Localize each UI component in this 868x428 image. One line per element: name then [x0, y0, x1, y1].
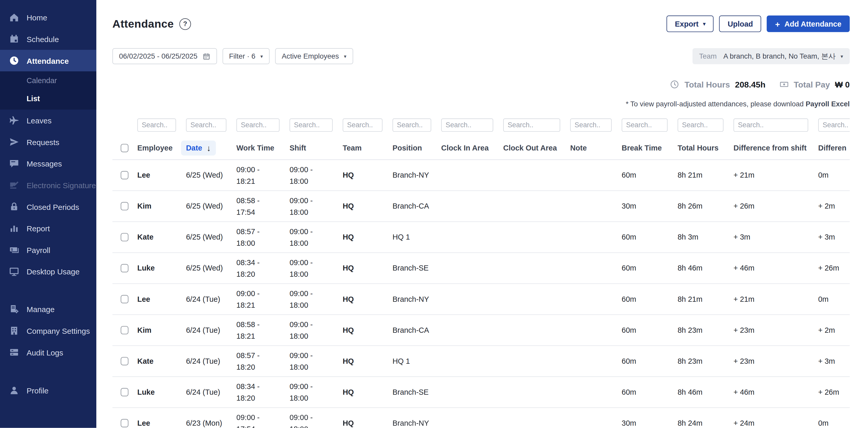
sidebar-item-company-settings[interactable]: Company Settings — [0, 320, 96, 341]
search-input-clock-out-area[interactable] — [503, 119, 560, 132]
chat-icon — [8, 158, 19, 169]
column-header-break-time[interactable]: Break Time — [622, 144, 678, 152]
time-line-2: 18:21 — [237, 175, 283, 187]
cell-employee: Luke — [137, 388, 186, 396]
table-header-row: EmployeeDate↓Work TimeShiftTeamPositionC… — [112, 136, 850, 160]
row-checkbox[interactable] — [121, 233, 128, 241]
sidebar-item-calendar[interactable]: Calendar — [0, 71, 96, 90]
sidebar-item-label: Audit Logs — [27, 348, 63, 357]
sidebar-item-label: Schedule — [27, 35, 59, 43]
search-input-shift[interactable] — [289, 119, 333, 132]
sidebar-item-label: Company Settings — [27, 326, 90, 335]
search-cell-shift — [289, 119, 343, 136]
column-header-clock-in-area[interactable]: Clock In Area — [441, 144, 503, 152]
column-header-position[interactable]: Position — [393, 144, 441, 152]
sidebar-item-label: Attendance — [27, 56, 69, 65]
row-checkbox[interactable] — [121, 388, 128, 396]
time-line-1: 09:00 - — [237, 411, 283, 423]
column-header-label: Position — [393, 144, 422, 152]
column-header-diff-from-shift[interactable]: Difference from shift — [734, 144, 818, 152]
cell-diff-second: + 2m — [818, 202, 850, 210]
row-checkbox[interactable] — [121, 202, 128, 210]
calendar-icon — [203, 52, 210, 60]
cell-position: Branch-SE — [393, 388, 441, 396]
date-range-picker[interactable]: 06/02/2025 - 06/25/2025 — [112, 48, 217, 64]
sidebar-item-leaves[interactable]: Leaves — [0, 110, 96, 131]
row-checkbox[interactable] — [121, 295, 128, 303]
add-attendance-button[interactable]: + Add Attendance — [767, 16, 850, 32]
search-input-diff-second[interactable] — [818, 119, 850, 132]
sidebar-item-closed-periods[interactable]: Closed Periods — [0, 196, 96, 218]
sidebar-item-desktop-usage[interactable]: Desktop Usage — [0, 261, 96, 282]
column-header-total-hours[interactable]: Total Hours — [678, 144, 734, 152]
cell-total-hours: 8h 21m — [678, 295, 734, 303]
cell-work-time: 08:34 -18:20 — [237, 256, 290, 280]
sidebar-item-requests[interactable]: Requests — [0, 131, 96, 153]
export-button[interactable]: Export ▾ — [666, 16, 714, 32]
search-input-total-hours[interactable] — [678, 119, 723, 132]
sidebar-item-report[interactable]: Report — [0, 218, 96, 239]
search-input-team[interactable] — [343, 119, 382, 132]
chevron-down-icon: ▾ — [703, 21, 706, 26]
sidebar-item-manage[interactable]: Manage — [0, 298, 96, 320]
column-header-team[interactable]: Team — [343, 144, 393, 152]
search-input-clock-in-area[interactable] — [441, 119, 493, 132]
sidebar-item-schedule[interactable]: Schedule — [0, 28, 96, 50]
search-input-note[interactable] — [570, 119, 612, 132]
cell-diff-from-shift: + 46m — [734, 264, 818, 272]
employee-status-dropdown[interactable]: Active Employees ▾ — [275, 48, 353, 64]
team-filter[interactable]: Team A branch, B branch, No Team, 본사 ▾ — [692, 48, 850, 64]
cell-shift: 09:00 -18:00 — [289, 380, 343, 404]
column-header-employee[interactable]: Employee — [137, 144, 186, 152]
select-all-checkbox[interactable] — [121, 144, 128, 152]
search-input-work-time[interactable] — [237, 119, 280, 132]
sidebar-subitem-label: List — [27, 95, 40, 103]
search-input-break-time[interactable] — [622, 119, 668, 132]
column-header-work-time[interactable]: Work Time — [237, 144, 290, 152]
time-line-2: 18:00 — [289, 361, 336, 373]
time-line-1: 08:57 - — [237, 225, 283, 237]
column-header-note[interactable]: Note — [570, 144, 621, 152]
sidebar-item-messages[interactable]: Messages — [0, 153, 96, 175]
time-line-2: 18:21 — [237, 299, 283, 311]
search-input-position[interactable] — [393, 119, 431, 132]
cell-work-time: 09:00 -18:21 — [237, 164, 290, 187]
row-checkbox[interactable] — [121, 171, 128, 179]
time-line-2: 18:21 — [237, 330, 283, 342]
table-row: Kim6/24 (Tue)08:58 -18:2109:00 -18:00HQB… — [112, 315, 850, 346]
row-checkbox-cell — [112, 202, 137, 210]
row-checkbox[interactable] — [121, 357, 128, 365]
upload-button[interactable]: Upload — [719, 16, 761, 32]
column-header-clock-out-area[interactable]: Clock Out Area — [503, 144, 570, 152]
column-header-shift[interactable]: Shift — [289, 144, 343, 152]
cell-break-time: 30m — [622, 202, 678, 210]
bar-chart-icon — [8, 223, 19, 234]
cell-diff-from-shift: + 21m — [734, 295, 818, 303]
cell-work-time: 08:58 -17:54 — [237, 195, 290, 218]
column-header-date[interactable]: Date↓ — [186, 141, 236, 155]
sidebar-item-attendance[interactable]: Attendance — [0, 50, 96, 71]
search-cell-diff-second — [818, 119, 850, 136]
cell-diff-from-shift: + 26m — [734, 202, 818, 210]
row-checkbox[interactable] — [121, 326, 128, 334]
cell-date: 6/25 (Wed) — [186, 233, 236, 241]
search-input-diff-from-shift[interactable] — [734, 119, 808, 132]
help-icon[interactable]: ? — [179, 18, 191, 30]
search-input-date[interactable] — [186, 119, 226, 132]
time-line-1: 09:00 - — [289, 195, 336, 206]
sidebar-item-audit-logs[interactable]: Audit Logs — [0, 341, 96, 363]
sidebar-item-home[interactable]: Home — [0, 7, 96, 28]
row-checkbox[interactable] — [121, 419, 128, 427]
time-line-1: 09:00 - — [237, 287, 283, 299]
chevron-down-icon: ▾ — [344, 54, 346, 59]
column-header-diff-second[interactable]: Differen — [818, 144, 850, 152]
filter-dropdown[interactable]: Filter · 6 ▾ — [222, 48, 270, 64]
sidebar-item-list[interactable]: List — [0, 90, 96, 108]
time-line-1: 08:34 - — [237, 256, 283, 268]
sidebar-item-profile[interactable]: Profile — [0, 380, 96, 401]
app-window: HomeScheduleAttendanceCalendarListLeaves… — [0, 0, 868, 428]
search-input-employee[interactable] — [137, 119, 176, 132]
cell-shift: 09:00 -18:00 — [289, 195, 343, 218]
sidebar-item-payroll[interactable]: $Payroll — [0, 239, 96, 261]
row-checkbox[interactable] — [121, 264, 128, 272]
